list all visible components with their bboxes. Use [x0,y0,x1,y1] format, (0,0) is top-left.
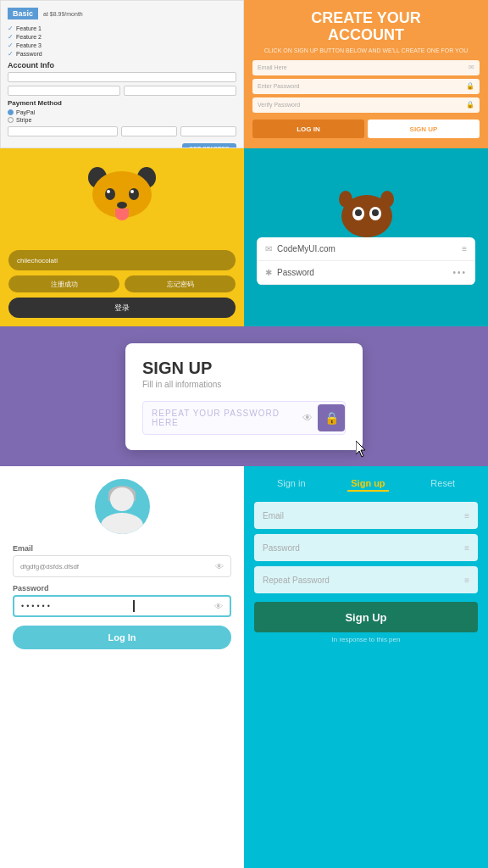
signup-password-row[interactable]: REPEAT YOUR PASSWORD HERE 👁 🔒 [142,401,346,435]
password-eye-icon: 👁 [214,602,223,611]
create-account-subtitle: CLICK ON SIGN UP BUTTON BELOW AND WE'LL … [264,47,469,53]
feature-3: ✓ Feature 3 [8,42,236,49]
signup-tab[interactable]: Sign up [347,476,388,492]
name-input-mini[interactable] [8,86,120,96]
confirm-field-icon: 🔒 [466,101,474,108]
dog-forgot-button[interactable]: 忘记密码 [125,275,236,292]
plan-subtitle: at $8.99/month [43,11,83,17]
avatar-eye-left [352,207,364,220]
dog-secondary-buttons: 注册成功 忘记密码 [8,275,236,292]
paypal-option[interactable]: PayPal [8,109,236,115]
create-account-title: CREATE YOUR ACCOUNT [311,10,420,44]
signup-subheading: Fill in all informations [142,380,346,389]
raccoon-avatar [335,191,398,246]
account-info-title: Account Info [8,61,236,70]
email-input-mini[interactable] [8,72,236,82]
dog-username-field[interactable]: chilechocolatl [8,250,236,270]
password-field-icon: 🔒 [466,82,474,90]
footer-text: In response to this pen [254,636,478,643]
teal-signup-cell: Sign in Sign up Reset Email ≡ Password ≡… [244,466,488,868]
email-input-value: dfgdfg@dsfds.dfsdf [20,563,79,570]
feature-2: ✓ Feature 2 [8,33,236,41]
teal-password-icon: ≡ [464,543,469,553]
extra-input-mini[interactable] [124,86,236,96]
dog-register-button[interactable]: 注册成功 [8,275,119,292]
signup-password-placeholder: REPEAT YOUR PASSWORD HERE [152,409,302,427]
teal-repeat-input[interactable]: Repeat Password ≡ [254,566,478,593]
teal-repeat-icon: ≡ [464,576,469,585]
check-icon-4: ✓ [8,50,14,58]
signup-icons: 👁 🔒 [302,411,336,425]
cvv-input[interactable] [180,126,236,136]
teal-password-input[interactable]: Password ≡ [254,534,478,561]
teal-email-icon: ≡ [464,511,469,520]
dog-tongue [115,209,129,220]
account-info-cell: Basic at $8.99/month ✓ Feature 1 ✓ Featu… [0,0,244,148]
signup-heading: SIGN UP [142,359,346,378]
dog-head [92,171,152,218]
teal-email-placeholder: Email [263,511,464,520]
card-number-input[interactable] [8,126,118,136]
email-field-icon: ✉ [469,64,474,71]
main-grid: Basic at $8.99/month ✓ Feature 1 ✓ Featu… [0,0,488,868]
signup-card: SIGN UP Fill in all informations REPEAT … [125,343,363,450]
feature-1: ✓ Feature 1 [8,25,236,32]
password-menu-icon: ••• [452,268,467,277]
password-input-field[interactable]: •••••• 👁 [13,595,231,617]
email-menu-icon: ≡ [462,244,467,253]
avatar-head [341,195,392,237]
payment-title: Payment Method [8,99,236,107]
eye-icon[interactable]: 👁 [302,412,313,424]
user-avatar [95,479,150,534]
feature-4: ✓ Password [8,50,236,58]
cursor-indicator [133,600,135,612]
teal-password-placeholder: Password [263,543,464,553]
password-icon: ✱ [265,268,272,277]
codemyui-password-row[interactable]: ✱ Password ••• [257,261,475,285]
avatar-person-body [101,513,143,534]
check-icon-2: ✓ [8,33,14,41]
create-account-buttons: LOG IN SIGN UP [252,120,480,138]
check-icon-3: ✓ [8,42,14,49]
password-label: Password [13,584,49,593]
create-account-cell: CREATE YOUR ACCOUNT CLICK ON SIGN UP BUT… [244,0,488,148]
password-dots: •••••• [21,602,53,610]
teal-email-input[interactable]: Email ≡ [254,502,478,529]
create-email-field[interactable]: Email Here ✉ [252,60,480,75]
email-eye-icon: 👁 [215,562,224,571]
signin-tab[interactable]: Sign in [274,476,309,492]
dog-eyes [105,188,139,200]
avatar-eye-right [369,207,381,220]
reset-tab[interactable]: Reset [427,476,458,492]
signup-cell: SIGN UP Fill in all informations REPEAT … [0,326,488,466]
create-confirm-field[interactable]: Verify Password 🔒 [252,97,480,113]
email-input-field[interactable]: dfgdfg@dsfds.dfsdf 👁 [13,555,231,577]
create-password-field[interactable]: Enter Password 🔒 [252,79,480,94]
dog-eye-left [105,188,115,200]
paypal-radio[interactable] [8,109,14,115]
login-form-cell: Email dfgdfg@dsfds.dfsdf 👁 Password ••••… [0,466,244,868]
login-button[interactable]: LOG IN [252,120,364,138]
dog-illustration [84,167,160,243]
stripe-option[interactable]: Stripe [8,117,236,123]
log-in-button[interactable]: Log In [13,626,231,649]
dog-eye-right [129,188,139,200]
plan-badge: Basic [8,8,38,19]
auth-tabs: Sign in Sign up Reset [254,476,478,492]
check-icon-1: ✓ [8,25,14,32]
avatar-person-head [110,487,134,511]
dog-login-button[interactable]: 登录 [8,298,236,318]
stripe-radio[interactable] [8,117,14,123]
codemyui-password-placeholder: Password [277,268,452,277]
email-icon: ✉ [265,244,272,253]
dog-nose [117,202,127,209]
teal-repeat-placeholder: Repeat Password [263,576,464,585]
codemyui-cell: ✉ CodeMyUI.com ≡ ✱ Password ••• [244,148,488,326]
dog-app-cell: chilechocolatl 注册成功 忘记密码 登录 [0,148,244,326]
lock-button[interactable]: 🔒 [318,404,345,431]
email-label: Email [13,544,33,553]
teal-signup-button[interactable]: Sign Up [254,602,478,632]
expiry-input[interactable] [121,126,177,136]
signup-button[interactable]: SIGN UP [368,120,480,138]
